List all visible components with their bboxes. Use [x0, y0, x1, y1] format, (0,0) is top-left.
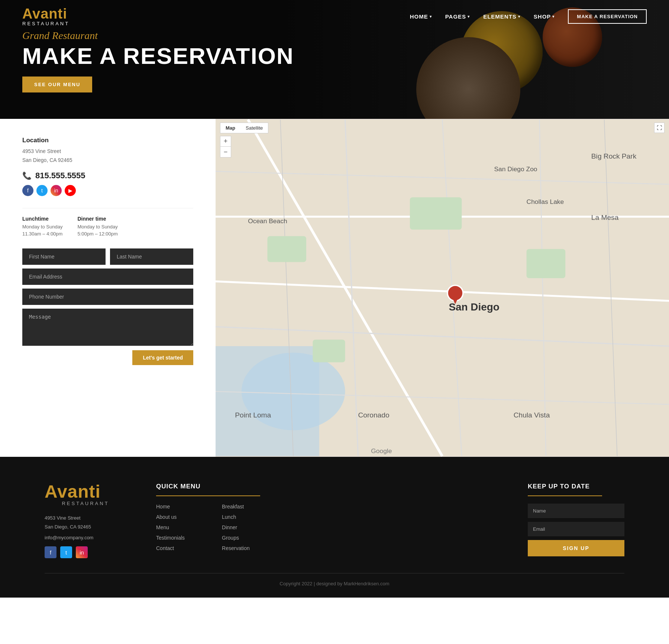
instagram-icon[interactable]: in	[51, 185, 62, 196]
message-row	[22, 309, 193, 346]
nav-elements[interactable]: ELEMENTS ▾	[483, 13, 520, 20]
map-zoom-controls: + −	[220, 136, 231, 157]
footer-email: info@mycompany.com	[45, 535, 126, 540]
reservation-form: Let's get started	[22, 248, 193, 365]
newsletter-divider	[528, 495, 602, 496]
svg-rect-15	[410, 197, 462, 230]
email-input[interactable]	[22, 269, 193, 285]
footer-link-contact[interactable]: Contact	[156, 545, 185, 551]
dinnertime-title: Dinner time	[77, 216, 117, 222]
map-tab-map[interactable]: Map	[220, 123, 240, 133]
footer-address: 4953 Vine Street San Diego, CA 92465	[45, 514, 126, 531]
footer-link-menu[interactable]: Menu	[156, 524, 185, 530]
copyright-text: Copyright 2022 | designed by MarkHendrik…	[279, 581, 389, 586]
submit-row: Let's get started	[22, 350, 193, 365]
facebook-icon[interactable]: f	[22, 185, 33, 196]
last-name-input[interactable]	[110, 248, 193, 265]
svg-rect-17	[313, 340, 345, 362]
dinnertime-days: Monday to Sunday	[77, 224, 117, 230]
svg-text:Coronado: Coronado	[358, 411, 389, 419]
phone-number: 815.555.5555	[35, 171, 85, 180]
footer-menu-col-1: Home About us Menu Testimonials Contact	[156, 504, 185, 556]
footer-logo-sub: RESTAURANT	[45, 501, 126, 506]
map-tabs: Map Satellite	[220, 123, 268, 133]
phone-icon: 📞	[22, 171, 32, 180]
footer-link-breakfast[interactable]: Breakfast	[222, 504, 250, 510]
first-name-input[interactable]	[22, 248, 106, 265]
svg-text:La Mesa: La Mesa	[591, 214, 619, 221]
signup-button[interactable]: SIGN UP	[528, 540, 624, 556]
nav-pages[interactable]: PAGES ▾	[445, 13, 470, 20]
footer-facebook-icon[interactable]: f	[45, 546, 56, 558]
svg-rect-16	[527, 249, 566, 278]
phone-input[interactable]	[22, 289, 193, 305]
footer-brand: Avanti RESTAURANT 4953 Vine Street San D…	[45, 483, 126, 558]
footer-menu-divider	[156, 495, 260, 496]
footer-link-reservation[interactable]: Reservation	[222, 545, 250, 551]
footer-newsletter: KEEP UP TO DATE SIGN UP	[528, 483, 624, 556]
footer-instagram-icon[interactable]: in	[76, 546, 88, 558]
nav-links: HOME ▾ PAGES ▾ ELEMENTS ▾ SHOP ▾ MAKE A …	[410, 9, 647, 24]
map-svg: San Diego Big Rock Park La Mesa Chula Vi…	[216, 119, 669, 457]
footer-link-groups[interactable]: Groups	[222, 535, 250, 541]
location-address: 4953 Vine Street San Diego, CA 92465	[22, 147, 193, 165]
footer-link-home[interactable]: Home	[156, 504, 185, 510]
svg-text:San Diego: San Diego	[449, 301, 499, 313]
submit-button[interactable]: Let's get started	[132, 350, 193, 365]
footer-quick-menu: QUICK MENU Home About us Menu Testimonia…	[156, 483, 498, 556]
newsletter-name-input[interactable]	[528, 504, 624, 518]
footer-link-testimonials[interactable]: Testimonials	[156, 535, 185, 541]
svg-rect-14	[267, 236, 306, 262]
footer-social: f t in	[45, 546, 126, 558]
social-icons: f t in ▶	[22, 185, 193, 196]
email-row	[22, 269, 193, 285]
lunchtime-days: Monday to Sunday	[22, 224, 62, 230]
map-zoom-in[interactable]: +	[220, 136, 231, 147]
footer-twitter-icon[interactable]: t	[60, 546, 72, 558]
footer-bottom: Copyright 2022 | designed by MarkHendrik…	[45, 573, 624, 586]
info-map-section: Location 4953 Vine Street San Diego, CA …	[0, 119, 669, 457]
footer: Avanti RESTAURANT 4953 Vine Street San D…	[0, 457, 669, 598]
svg-text:Chollas Lake: Chollas Lake	[527, 198, 564, 205]
dinnertime-col: Dinner time Monday to Sunday 5:00pm – 12…	[77, 216, 117, 237]
svg-text:Ocean Beach: Ocean Beach	[248, 217, 287, 225]
footer-link-dinner[interactable]: Dinner	[222, 524, 250, 530]
location-title: Location	[22, 137, 193, 144]
newsletter-email-input[interactable]	[528, 522, 624, 536]
dinnertime-hours: 5:00pm – 12:00pm	[77, 231, 117, 237]
hero-title: MAKE A RESERVATION	[22, 45, 647, 68]
svg-text:San Diego Zoo: San Diego Zoo	[494, 165, 537, 173]
map-zoom-out[interactable]: −	[220, 147, 231, 157]
youtube-icon[interactable]: ▶	[65, 185, 76, 196]
twitter-icon[interactable]: t	[36, 185, 48, 196]
info-section: Location 4953 Vine Street San Diego, CA …	[0, 119, 216, 457]
message-input[interactable]	[22, 309, 193, 346]
svg-text:Chula Vista: Chula Vista	[514, 411, 550, 419]
svg-text:Google: Google	[371, 447, 392, 455]
nav-shop[interactable]: SHOP ▾	[534, 13, 555, 20]
footer-top: Avanti RESTAURANT 4953 Vine Street San D…	[45, 483, 624, 558]
divider-1	[22, 208, 193, 208]
nav-cta-button[interactable]: MAKE A RESERVATION	[568, 9, 647, 24]
navigation: Avanti RESTAURANT HOME ▾ PAGES ▾ ELEMENT…	[0, 0, 669, 33]
footer-link-about[interactable]: About us	[156, 514, 185, 520]
phone-row-form	[22, 289, 193, 305]
phone-row: 📞 815.555.5555	[22, 171, 193, 180]
nav-home[interactable]: HOME ▾	[410, 13, 432, 20]
footer-menu-columns: Home About us Menu Testimonials Contact …	[156, 504, 498, 556]
see-menu-button[interactable]: SEE OUR MENU	[22, 77, 92, 92]
footer-link-lunch[interactable]: Lunch	[222, 514, 250, 520]
name-row	[22, 248, 193, 265]
map-tab-satellite[interactable]: Satellite	[240, 123, 268, 133]
map-fullscreen-button[interactable]: ⛶	[654, 123, 665, 133]
svg-text:Point Loma: Point Loma	[235, 411, 271, 419]
lunchtime-title: Lunchtime	[22, 216, 62, 222]
lunchtime-hours: 11.30am – 4:00pm	[22, 231, 62, 237]
footer-logo: Avanti	[45, 483, 126, 501]
map-section: Map Satellite ⛶ + −	[216, 119, 669, 457]
newsletter-title: KEEP UP TO DATE	[528, 483, 624, 490]
svg-text:Big Rock Park: Big Rock Park	[591, 152, 637, 160]
lunchtime-col: Lunchtime Monday to Sunday 11.30am – 4:0…	[22, 216, 62, 237]
footer-menu-col-2: Breakfast Lunch Dinner Groups Reservatio…	[222, 504, 250, 556]
svg-rect-2	[216, 346, 319, 456]
